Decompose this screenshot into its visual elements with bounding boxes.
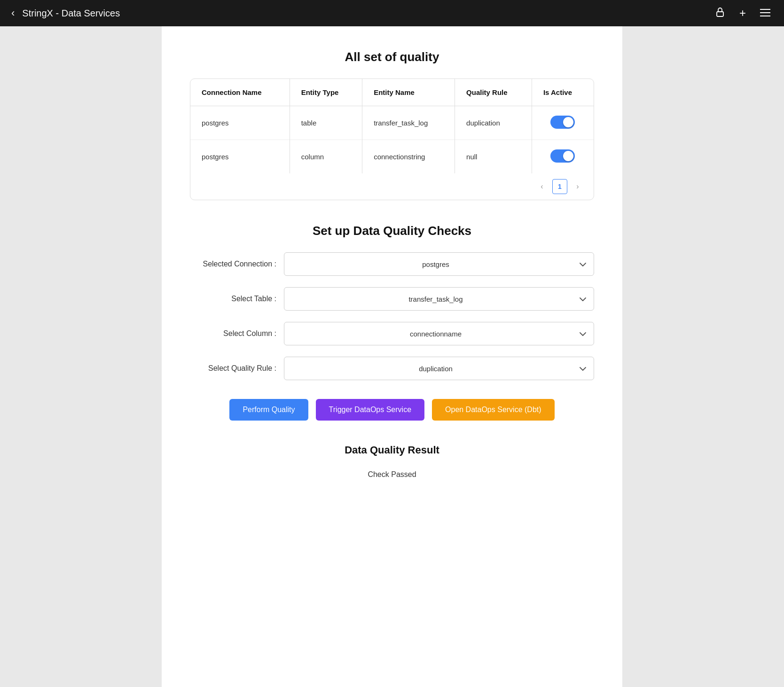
quality-table-container: Connection Name Entity Type Entity Name … xyxy=(190,78,594,200)
action-buttons-row: Perform Quality Trigger DataOps Service … xyxy=(190,399,594,421)
open-dataops-button[interactable]: Open DataOps Service (Dbt) xyxy=(432,399,555,421)
connection-value: postgres xyxy=(292,260,580,268)
trigger-dataops-button[interactable]: Trigger DataOps Service xyxy=(316,399,424,421)
quality-rule-label: Select Quality Rule : xyxy=(190,364,284,373)
lock-icon[interactable] xyxy=(713,7,728,20)
column-value: connectionname xyxy=(292,330,580,338)
column-label: Select Column : xyxy=(190,329,284,338)
quality-rule-select[interactable]: duplication xyxy=(284,357,594,380)
table-row: postgres table transfer_task_log duplica… xyxy=(190,106,594,140)
pagination: ‹ 1 › xyxy=(190,173,594,200)
chevron-down-icon xyxy=(580,260,586,268)
connection-row: Selected Connection : postgres xyxy=(190,252,594,276)
result-section: Data Quality Result Check Passed xyxy=(190,444,594,479)
row1-quality-rule: duplication xyxy=(455,106,532,140)
row1-entity-type: table xyxy=(290,106,362,140)
row1-entity-name: transfer_task_log xyxy=(362,106,455,140)
page-1-button[interactable]: 1 xyxy=(552,179,567,194)
toggle-thumb-1 xyxy=(563,117,573,127)
col-header-entity-type: Entity Type xyxy=(290,79,362,106)
content-panel: All set of quality Connection Name Entit… xyxy=(162,26,622,687)
perform-quality-button[interactable]: Perform Quality xyxy=(229,399,308,421)
connection-label: Selected Connection : xyxy=(190,260,284,268)
table-select[interactable]: transfer_task_log xyxy=(284,287,594,311)
setup-section: Set up Data Quality Checks Selected Conn… xyxy=(190,224,594,380)
back-button[interactable]: ‹ xyxy=(11,7,15,19)
toggle-switch-2[interactable] xyxy=(550,149,575,163)
result-title: Data Quality Result xyxy=(190,444,594,456)
toggle-track-2 xyxy=(550,149,575,163)
row2-quality-rule: null xyxy=(455,140,532,174)
table-header-row: Connection Name Entity Type Entity Name … xyxy=(190,79,594,106)
topbar: ‹ StringX - Data Services + xyxy=(0,0,784,26)
quality-section-title: All set of quality xyxy=(190,50,594,64)
app-title: StringX - Data Services xyxy=(22,8,705,19)
row1-is-active[interactable] xyxy=(532,106,594,140)
quality-rule-value: duplication xyxy=(292,365,580,373)
toggle-thumb-2 xyxy=(563,151,573,161)
table-label: Select Table : xyxy=(190,295,284,303)
result-text: Check Passed xyxy=(190,470,594,479)
next-page-button[interactable]: › xyxy=(571,180,584,193)
menu-icon[interactable] xyxy=(758,8,773,19)
table-value: transfer_task_log xyxy=(292,295,580,303)
prev-page-button[interactable]: ‹ xyxy=(535,180,549,193)
toggle-track-1 xyxy=(550,116,575,129)
col-header-is-active: Is Active xyxy=(532,79,594,106)
col-header-entity-name: Entity Name xyxy=(362,79,455,106)
quality-table: Connection Name Entity Type Entity Name … xyxy=(190,79,594,173)
svg-rect-0 xyxy=(717,12,723,16)
table-row: postgres column connectionstring null xyxy=(190,140,594,174)
row2-is-active[interactable] xyxy=(532,140,594,174)
col-header-quality-rule: Quality Rule xyxy=(455,79,532,106)
column-select[interactable]: connectionname xyxy=(284,322,594,345)
add-icon[interactable]: + xyxy=(735,7,750,20)
col-header-connection-name: Connection Name xyxy=(190,79,290,106)
chevron-down-icon xyxy=(580,330,586,337)
toggle-switch-1[interactable] xyxy=(550,116,575,129)
quality-rule-row: Select Quality Rule : duplication xyxy=(190,357,594,380)
row2-connection-name: postgres xyxy=(190,140,290,174)
column-row: Select Column : connectionname xyxy=(190,322,594,345)
chevron-down-icon xyxy=(580,295,586,303)
row2-entity-name: connectionstring xyxy=(362,140,455,174)
chevron-down-icon xyxy=(580,365,586,372)
row2-entity-type: column xyxy=(290,140,362,174)
table-row: Select Table : transfer_task_log xyxy=(190,287,594,311)
main-wrapper: All set of quality Connection Name Entit… xyxy=(0,26,784,687)
row1-connection-name: postgres xyxy=(190,106,290,140)
connection-select[interactable]: postgres xyxy=(284,252,594,276)
setup-section-title: Set up Data Quality Checks xyxy=(190,224,594,238)
